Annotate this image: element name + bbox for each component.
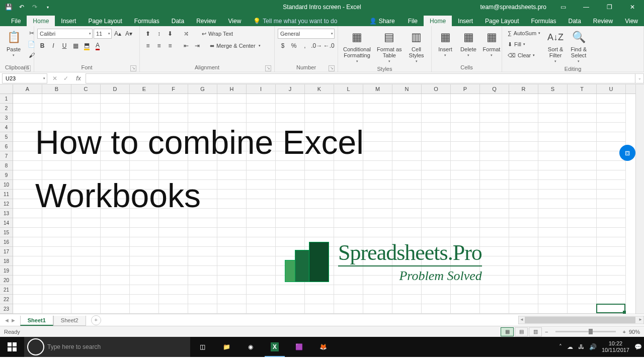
ribbon-options-icon[interactable]: ▭ bbox=[551, 0, 575, 14]
cell[interactable] bbox=[422, 132, 451, 142]
cell[interactable] bbox=[101, 285, 130, 295]
font-color-icon[interactable]: A bbox=[93, 41, 103, 51]
cell[interactable] bbox=[451, 170, 480, 180]
cell[interactable] bbox=[247, 285, 276, 295]
onedrive-icon[interactable]: ☁ bbox=[567, 343, 573, 350]
cell[interactable] bbox=[159, 247, 188, 256]
cell[interactable] bbox=[334, 228, 363, 237]
tab-data[interactable]: Data bbox=[562, 16, 587, 26]
row-header-8[interactable]: 8 bbox=[0, 161, 13, 170]
cell[interactable] bbox=[13, 304, 42, 314]
cell[interactable] bbox=[568, 304, 597, 314]
cell[interactable] bbox=[42, 295, 71, 304]
cell[interactable] bbox=[422, 228, 451, 237]
horizontal-scrollbar[interactable]: ◄► bbox=[518, 316, 644, 324]
cell[interactable] bbox=[130, 104, 159, 113]
cell[interactable] bbox=[538, 304, 568, 314]
cell[interactable] bbox=[188, 304, 217, 314]
cell[interactable] bbox=[451, 151, 480, 161]
col-header-I[interactable]: I bbox=[247, 84, 276, 94]
cell[interactable] bbox=[334, 94, 363, 104]
cell[interactable] bbox=[597, 285, 626, 295]
cell[interactable] bbox=[568, 190, 597, 199]
col-header-U[interactable]: U bbox=[597, 84, 626, 94]
redo-icon[interactable]: ↷ bbox=[29, 2, 40, 13]
cell[interactable] bbox=[188, 295, 217, 304]
cell[interactable] bbox=[480, 142, 509, 151]
cell[interactable] bbox=[188, 94, 217, 104]
cell[interactable] bbox=[392, 104, 422, 113]
percent-format-icon[interactable]: % bbox=[289, 41, 299, 51]
cell[interactable] bbox=[217, 94, 247, 104]
cell[interactable] bbox=[509, 151, 538, 161]
row-header-17[interactable]: 17 bbox=[0, 247, 13, 256]
cell[interactable] bbox=[568, 132, 597, 142]
cell[interactable] bbox=[422, 180, 451, 190]
cell[interactable] bbox=[422, 161, 451, 170]
cell[interactable] bbox=[363, 285, 392, 295]
col-header-C[interactable]: C bbox=[71, 84, 101, 94]
cell[interactable] bbox=[13, 104, 42, 113]
cell[interactable] bbox=[42, 276, 71, 285]
cell[interactable] bbox=[392, 142, 422, 151]
name-box[interactable]: U23▾ bbox=[2, 73, 47, 83]
cell[interactable] bbox=[451, 132, 480, 142]
cell[interactable] bbox=[392, 190, 422, 199]
cell[interactable] bbox=[568, 285, 597, 295]
cell[interactable] bbox=[538, 218, 568, 228]
cell[interactable] bbox=[71, 304, 101, 314]
cell[interactable] bbox=[217, 228, 247, 237]
cell[interactable] bbox=[392, 151, 422, 161]
col-header-N[interactable]: N bbox=[392, 84, 422, 94]
cell[interactable] bbox=[42, 247, 71, 256]
cell[interactable] bbox=[480, 247, 509, 256]
number-dialog-icon[interactable]: ↘ bbox=[329, 65, 335, 71]
zoom-out-icon[interactable]: − bbox=[545, 329, 548, 335]
page-layout-view-icon[interactable]: ▤ bbox=[515, 327, 528, 336]
cell[interactable] bbox=[597, 170, 626, 180]
cell[interactable] bbox=[509, 276, 538, 285]
cell[interactable] bbox=[538, 276, 568, 285]
cell[interactable] bbox=[363, 132, 392, 142]
save-icon[interactable]: 💾 bbox=[3, 2, 14, 13]
cell[interactable] bbox=[509, 132, 538, 142]
cell[interactable] bbox=[392, 295, 422, 304]
increase-font-icon[interactable]: A▴ bbox=[113, 29, 123, 39]
align-center-icon[interactable]: ≡ bbox=[154, 41, 164, 51]
cell[interactable] bbox=[188, 256, 217, 266]
select-all-corner[interactable] bbox=[0, 84, 13, 94]
cell[interactable] bbox=[451, 209, 480, 218]
increase-indent-icon[interactable]: ⇥ bbox=[192, 41, 202, 51]
cell[interactable] bbox=[71, 256, 101, 266]
cell[interactable] bbox=[509, 123, 538, 132]
volume-icon[interactable]: 🔊 bbox=[589, 343, 597, 350]
cell[interactable] bbox=[42, 104, 71, 113]
cell[interactable] bbox=[480, 123, 509, 132]
cell[interactable] bbox=[568, 180, 597, 190]
cell[interactable] bbox=[13, 247, 42, 256]
cell[interactable] bbox=[597, 132, 626, 142]
cell[interactable] bbox=[568, 247, 597, 256]
cell[interactable] bbox=[451, 113, 480, 123]
cell[interactable] bbox=[71, 295, 101, 304]
cell[interactable] bbox=[363, 209, 392, 218]
row-header-21[interactable]: 21 bbox=[0, 285, 13, 295]
cell[interactable] bbox=[130, 256, 159, 266]
cell[interactable] bbox=[538, 256, 568, 266]
row-header-23[interactable]: 23 bbox=[0, 304, 13, 314]
cell[interactable] bbox=[509, 113, 538, 123]
tray-chevron-icon[interactable]: ˄ bbox=[559, 343, 562, 350]
row-header-12[interactable]: 12 bbox=[0, 199, 13, 209]
cell[interactable] bbox=[509, 209, 538, 218]
cell[interactable] bbox=[42, 304, 71, 314]
cell[interactable] bbox=[159, 285, 188, 295]
cell[interactable] bbox=[422, 304, 451, 314]
cell[interactable] bbox=[217, 237, 247, 247]
cell[interactable] bbox=[480, 295, 509, 304]
cell[interactable] bbox=[422, 170, 451, 180]
conditional-formatting-button[interactable]: ▦Conditional Formatting▾ bbox=[341, 28, 373, 65]
cell[interactable] bbox=[538, 266, 568, 276]
find-select-button[interactable]: 🔍Find & Select▾ bbox=[568, 28, 589, 65]
cell[interactable] bbox=[480, 285, 509, 295]
cell[interactable] bbox=[422, 113, 451, 123]
